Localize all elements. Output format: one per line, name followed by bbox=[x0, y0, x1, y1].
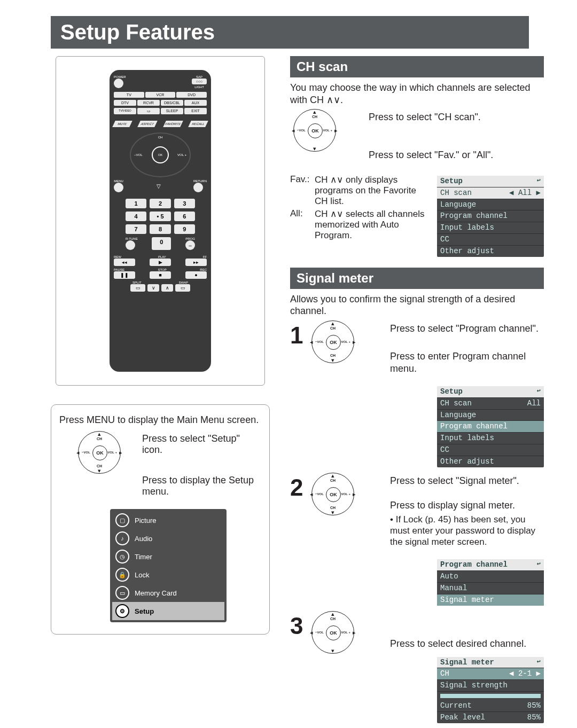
signal-intro: Allows you to confirm the signal strengt… bbox=[290, 293, 544, 317]
num-0: 0 bbox=[152, 237, 171, 250]
light-label: LIGHT bbox=[192, 85, 207, 89]
menu-label: MENU bbox=[114, 179, 123, 183]
rec-button: ● bbox=[185, 271, 207, 279]
dpad-vol-minus: −VOL bbox=[134, 153, 143, 156]
s2-note: • If Lock (p. 45) has been set, you must… bbox=[390, 514, 544, 548]
menu-button bbox=[114, 183, 123, 192]
timer-icon: ◷ bbox=[115, 550, 129, 563]
osd-item-picture: ▢Picture bbox=[112, 511, 224, 529]
prog-button: – bbox=[185, 240, 195, 250]
ch-scan-heading: CH scan bbox=[290, 56, 544, 77]
s2-a: Press to select "Signal meter". bbox=[390, 475, 544, 487]
mute-button: MUTE bbox=[112, 121, 132, 127]
osd-item-lock: 🔒Lock bbox=[112, 566, 224, 584]
fav-desc: Fav.: CH ∧∨ only displays programs on th… bbox=[290, 174, 431, 207]
remote-control-figure: POWER SAP ○○○ LIGHT TV VCR DVD bbox=[110, 70, 211, 372]
favorite-button: FAVORITE bbox=[163, 121, 183, 127]
osd-item-audio: ♪Audio bbox=[112, 529, 224, 547]
exit-button: EXIT bbox=[184, 108, 207, 114]
ch-down: ∨ bbox=[147, 284, 159, 292]
back-icon: ↩ bbox=[537, 658, 541, 667]
nav-ok-2: OK bbox=[308, 123, 323, 138]
setup-icon: ⚙ bbox=[115, 604, 129, 618]
select-setup-text: Press to select "Setup" icon. bbox=[142, 433, 254, 456]
return-label: RETURN bbox=[193, 179, 207, 183]
dbs-button: DBS/CBL bbox=[161, 100, 183, 106]
num-5: • 5 bbox=[150, 212, 170, 221]
signal-heading: Signal meter bbox=[290, 268, 544, 289]
osd1-highlight: Program channel bbox=[437, 421, 544, 433]
number-pad: 1 2 3 4 • 5 6 7 8 9 bbox=[126, 199, 195, 234]
power-button bbox=[114, 79, 123, 88]
vcr-button: VCR bbox=[145, 92, 176, 98]
s2-b: Press to display signal meter. bbox=[390, 499, 544, 512]
right-column: CH scan You may choose the way in which … bbox=[290, 56, 544, 728]
osd-item-memory: ▭Memory Card bbox=[112, 584, 224, 602]
pause-button: ❚❚ bbox=[114, 271, 135, 279]
dpad-ch: CH bbox=[158, 136, 163, 139]
display-setup-text: Press to display the Setup menu. bbox=[142, 475, 254, 497]
num-1: 1 bbox=[126, 199, 146, 208]
remote-outline: POWER SAP ○○○ LIGHT TV VCR DVD bbox=[56, 56, 265, 386]
split-button: ▭ bbox=[130, 284, 145, 292]
picture-icon: ▢ bbox=[115, 513, 129, 527]
signal-strength-bar bbox=[440, 694, 541, 698]
menu-intro: Press MENU to display the Main Menu scre… bbox=[59, 414, 261, 426]
play-button: ▶ bbox=[150, 259, 171, 266]
step-2-num: 2 bbox=[290, 476, 305, 499]
page: Setup Features POWER SAP ○○○ LIGHT bbox=[0, 0, 577, 728]
signal-osd-1: Setup↩ CH scanAll Language Program chann… bbox=[437, 386, 544, 467]
osd-item-setup: ⚙Setup bbox=[112, 602, 224, 620]
osd-item-timer: ◷Timer bbox=[112, 547, 224, 566]
return-button bbox=[193, 183, 203, 192]
main-menu-osd: ▢Picture ♪Audio ◷Timer 🔒Lock ▭Memory Car… bbox=[110, 509, 227, 622]
recall-button: RECALL bbox=[188, 121, 208, 127]
menu-callout-box: Press MENU to display the Main Menu scre… bbox=[51, 404, 270, 635]
dvd-button: DVD bbox=[176, 92, 207, 98]
signal-osd-2: Program channel↩ Auto Manual Signal mete… bbox=[437, 559, 544, 605]
step-1-num: 1 bbox=[290, 324, 305, 347]
num-9: 9 bbox=[174, 224, 195, 234]
back-icon: ↩ bbox=[537, 560, 541, 569]
aspect-button: ASPECT bbox=[138, 121, 158, 127]
num-8: 8 bbox=[150, 224, 170, 234]
stop-button: ■ bbox=[150, 271, 171, 279]
num-7: 7 bbox=[126, 224, 146, 234]
s1-a: Press to select "Program channel". bbox=[390, 323, 544, 335]
aux-button: AUX bbox=[184, 100, 207, 106]
tv-button: TV bbox=[114, 92, 144, 98]
nav-ok: OK bbox=[92, 445, 107, 460]
rtune-button bbox=[126, 240, 135, 250]
power-label: POWER bbox=[114, 75, 126, 79]
num-4: 4 bbox=[126, 212, 146, 221]
num-6: 6 bbox=[174, 212, 195, 221]
ch-up: ∧ bbox=[161, 284, 173, 292]
ch-scan-intro: You may choose the way in which channels… bbox=[290, 82, 544, 106]
ff-button: ▸▸ bbox=[185, 259, 207, 266]
page-title: Setup Features bbox=[51, 16, 529, 49]
back-icon: ↩ bbox=[537, 387, 541, 396]
remote-dpad: CH −VOL OK VOL + bbox=[130, 132, 191, 177]
swap-button: ▭ bbox=[175, 284, 190, 292]
nav-text-setup: Press to select "Setup" icon. Press to d… bbox=[142, 431, 254, 503]
back-icon: ↩ bbox=[537, 177, 541, 186]
dpad-vol-plus: VOL + bbox=[177, 153, 186, 156]
sdcard-button: ▭ bbox=[137, 108, 160, 114]
sap-button: ○○○ bbox=[192, 79, 207, 84]
tvvideo-button: TV/VIDEO bbox=[114, 108, 136, 114]
sleep-button: SLEEP bbox=[161, 108, 183, 114]
dtv-button: DTV bbox=[114, 100, 136, 106]
audio-icon: ♪ bbox=[115, 531, 129, 545]
all-desc: All: CH ∧∨ selects all channels memorize… bbox=[290, 208, 431, 241]
signal-step-1: 1 ▴ CH ◂ −VOL OK VOL + ▸ CH ▾ Pre bbox=[290, 320, 544, 377]
s1-b: Press to enter Program channel menu. bbox=[390, 350, 544, 374]
memory-icon: ▭ bbox=[115, 586, 129, 600]
ch-scan-osd: Setup↩ CH scan◀ All ▶ Language Program c… bbox=[437, 176, 544, 257]
prog-label: PROG bbox=[185, 237, 195, 240]
signal-osd-3: Signal meter↩ CH◀ 2-1 ▶ Signal strength … bbox=[437, 657, 544, 723]
rew-button: ◂◂ bbox=[114, 259, 135, 266]
nav-diagram-setup: ▴ CH ◂ −VOL OK VOL + ▸ CH ▾ bbox=[59, 431, 134, 474]
ch-scan-step1: Press to select "CH scan". bbox=[369, 111, 544, 123]
num-2: 2 bbox=[150, 199, 170, 208]
osd2-highlight: Signal meter bbox=[437, 594, 544, 606]
